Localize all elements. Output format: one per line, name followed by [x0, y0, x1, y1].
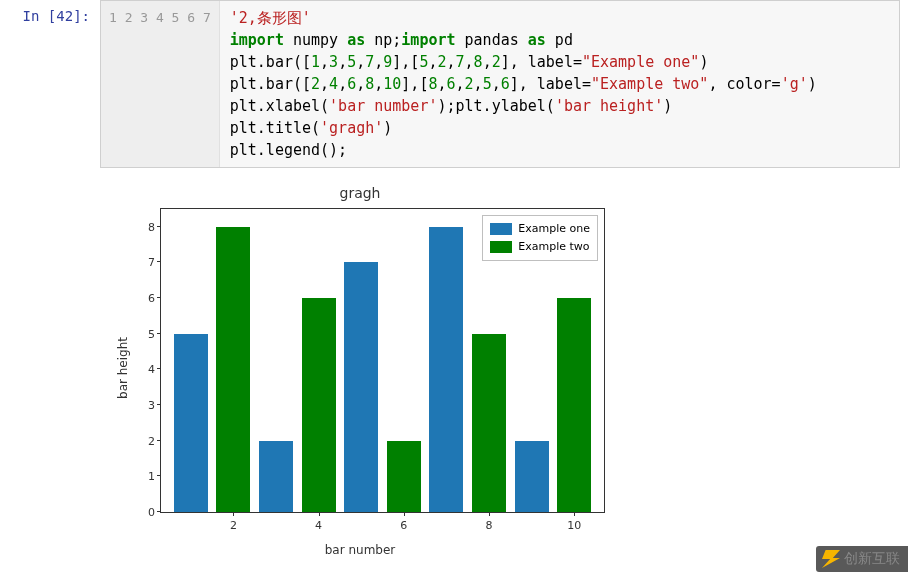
- bar: [557, 298, 591, 512]
- x-tick-label: 8: [485, 519, 492, 532]
- bar: [344, 262, 378, 512]
- legend-item: Example two: [490, 238, 590, 256]
- y-tick-label: 6: [127, 292, 155, 305]
- bar: [302, 298, 336, 512]
- y-tick-label: 3: [127, 399, 155, 412]
- legend-swatch-icon: [490, 241, 512, 253]
- bar: [387, 441, 421, 512]
- plot-frame: 012345678246810 Example oneExample two: [160, 208, 605, 513]
- y-tick-label: 5: [127, 327, 155, 340]
- watermark-logo-icon: [822, 550, 840, 568]
- legend-item: Example one: [490, 220, 590, 238]
- bar-chart: gragh bar height bar number 012345678246…: [100, 183, 620, 553]
- y-tick-label: 4: [127, 363, 155, 376]
- y-tick-label: 7: [127, 256, 155, 269]
- legend-swatch-icon: [490, 223, 512, 235]
- legend-label: Example one: [518, 220, 590, 238]
- x-axis-label: bar number: [100, 543, 620, 557]
- line-number-gutter: 1 2 3 4 5 6 7: [101, 1, 220, 167]
- watermark-text: 创新互联: [844, 550, 900, 568]
- code-editor[interactable]: 1 2 3 4 5 6 7 '2,条形图' import numpy as np…: [100, 0, 900, 168]
- y-tick-label: 2: [127, 434, 155, 447]
- legend-label: Example two: [518, 238, 589, 256]
- code-cell: In [42]: 1 2 3 4 5 6 7 '2,条形图' import nu…: [0, 0, 908, 168]
- y-tick-label: 8: [127, 220, 155, 233]
- x-tick-label: 4: [315, 519, 322, 532]
- y-tick-label: 0: [127, 506, 155, 519]
- code-content[interactable]: '2,条形图' import numpy as np;import pandas…: [220, 1, 827, 167]
- y-tick-label: 1: [127, 470, 155, 483]
- bar: [259, 441, 293, 512]
- watermark: 创新互联: [816, 546, 908, 572]
- bar: [174, 334, 208, 512]
- x-tick-label: 10: [567, 519, 581, 532]
- x-tick-label: 2: [230, 519, 237, 532]
- bar: [216, 227, 250, 512]
- input-prompt: In [42]:: [0, 0, 100, 24]
- chart-title: gragh: [100, 185, 620, 201]
- legend: Example oneExample two: [482, 215, 598, 261]
- bar: [429, 227, 463, 512]
- x-tick-label: 6: [400, 519, 407, 532]
- bar: [472, 334, 506, 512]
- bar: [515, 441, 549, 512]
- output-area: gragh bar height bar number 012345678246…: [100, 183, 908, 553]
